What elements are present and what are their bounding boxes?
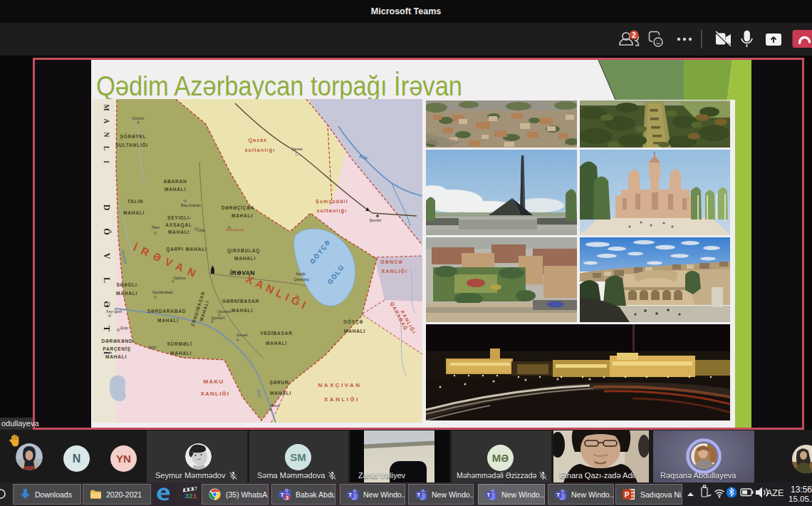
svg-text:PARÇENİŞ: PARÇENİŞ bbox=[103, 346, 131, 352]
svg-text:A: A bbox=[103, 119, 110, 124]
svg-text:Qazax: Qazax bbox=[291, 147, 303, 151]
svg-text:MAHALI: MAHALI bbox=[123, 210, 145, 215]
svg-text:L: L bbox=[102, 277, 112, 283]
svg-text:MAHALI: MAHALI bbox=[234, 256, 256, 261]
svg-text:3: 3 bbox=[185, 492, 189, 500]
svg-text:T: T bbox=[281, 492, 284, 498]
svg-text:T: T bbox=[417, 491, 421, 497]
svg-text:GƏNCƏ: GƏNCƏ bbox=[380, 259, 403, 264]
svg-text:N: N bbox=[103, 133, 110, 138]
svg-text:MAHALI: MAHALI bbox=[116, 291, 137, 296]
svg-text:L: L bbox=[103, 146, 110, 150]
svg-text:Aşağı: Aşağı bbox=[296, 272, 306, 276]
svg-text:Üşü: Üşü bbox=[198, 228, 205, 232]
svg-text:Qulp: Qulp bbox=[120, 326, 128, 330]
svg-text:QARPI MAHALI: QARPI MAHALI bbox=[166, 247, 207, 252]
svg-text:Üçkilsə: Üçkilsə bbox=[173, 276, 186, 280]
svg-text:I: I bbox=[103, 160, 110, 163]
svg-text:MAHALI: MAHALI bbox=[344, 329, 365, 334]
svg-text:T: T bbox=[557, 491, 561, 497]
svg-text:XANLIĞI: XANLIĞI bbox=[324, 396, 360, 403]
svg-text:Qazax: Qazax bbox=[249, 138, 268, 143]
svg-text:DƏRƏKƏND-: DƏRƏKƏND- bbox=[102, 339, 135, 344]
svg-text:Qaraqlıq: Qaraqlıq bbox=[293, 277, 308, 282]
svg-text:MAHALI: MAHALI bbox=[231, 213, 253, 218]
svg-text:Dəvəli: Dəvəli bbox=[236, 333, 247, 337]
svg-text:2: 2 bbox=[189, 492, 193, 500]
svg-text:ABARAN: ABARAN bbox=[164, 179, 187, 184]
svg-text:sultanlığı: sultanlığı bbox=[317, 208, 348, 214]
svg-text:XANLIĞI: XANLIĞI bbox=[201, 391, 230, 397]
svg-text:QIRXBULAQ: QIRXBULAQ bbox=[227, 248, 260, 254]
svg-text:MAHALI: MAHALI bbox=[168, 229, 189, 234]
svg-text:Qəmərli: Qəmərli bbox=[211, 316, 224, 320]
svg-text:NAXÇIVAN: NAXÇIVAN bbox=[318, 382, 361, 388]
svg-text:SÜRMƏLİ: SÜRMƏLİ bbox=[167, 341, 192, 346]
svg-text:MAHALI: MAHALI bbox=[231, 308, 253, 313]
svg-text:MAHALI: MAHALI bbox=[266, 341, 287, 346]
svg-text:M: M bbox=[103, 105, 110, 111]
svg-text:ŞÖRƏYEL: ŞÖRƏYEL bbox=[120, 133, 146, 140]
svg-text:MAHALI: MAHALI bbox=[165, 187, 186, 192]
svg-text:MAHALI: MAHALI bbox=[170, 351, 192, 356]
svg-text:SULTANLIĞI: SULTANLIĞI bbox=[115, 142, 148, 148]
svg-text:3: 3 bbox=[286, 495, 288, 500]
svg-text:SEYIDLI-: SEYIDLI- bbox=[167, 215, 192, 220]
svg-text:İRƏVAN: İRƏVAN bbox=[230, 269, 255, 277]
svg-text:GƏRNİBASAR: GƏRNİBASAR bbox=[222, 299, 259, 304]
svg-text:VEDİBASAR: VEDİBASAR bbox=[260, 331, 292, 336]
svg-text:İgdır: İgdır bbox=[148, 345, 156, 349]
svg-text:Tilən: Tilən bbox=[151, 225, 160, 229]
svg-text:XANLIĞI: XANLIĞI bbox=[382, 268, 408, 274]
svg-text:Uluxanlı: Uluxanlı bbox=[217, 309, 231, 314]
svg-text:Şəmşəddil: Şəmşəddil bbox=[316, 199, 348, 205]
svg-text:Baş Avaran: Baş Avaran bbox=[181, 203, 201, 207]
svg-text:AZE: AZE bbox=[766, 488, 784, 498]
svg-text:GÖYÇƏ: GÖYÇƏ bbox=[343, 319, 363, 325]
svg-text:2: 2 bbox=[632, 31, 636, 39]
svg-text:Dərəçiçək: Dərəçiçək bbox=[227, 227, 244, 232]
svg-text:Sərdarabad: Sərdarabad bbox=[152, 290, 173, 294]
svg-text:DƏRƏÇİÇƏK: DƏRƏÇİÇƏK bbox=[222, 205, 255, 211]
svg-text:1: 1 bbox=[193, 492, 197, 500]
svg-text:AXSAQAL: AXSAQAL bbox=[165, 222, 192, 228]
svg-text:TALIN: TALIN bbox=[127, 199, 144, 204]
svg-text:Şəmkir: Şəmkir bbox=[369, 218, 381, 222]
svg-text:T: T bbox=[487, 491, 491, 497]
svg-text:SƏƏDLI: SƏƏDLI bbox=[116, 282, 137, 287]
svg-text:Əlicə: Əlicə bbox=[271, 403, 279, 408]
svg-text:SƏRDARABAD: SƏRDARABAD bbox=[147, 309, 187, 314]
svg-text:P: P bbox=[625, 491, 630, 499]
svg-text:Ə: Ə bbox=[102, 301, 112, 308]
svg-text:MAHALI: MAHALI bbox=[157, 318, 179, 323]
svg-text:MAHALI: MAHALI bbox=[270, 391, 291, 396]
svg-text:MAHALI: MAHALI bbox=[105, 354, 127, 359]
svg-text:Xey-Şərli: Xey-Şərli bbox=[106, 309, 122, 314]
svg-text:sultanlığı: sultanlığı bbox=[245, 148, 276, 153]
svg-text:T: T bbox=[349, 491, 353, 497]
svg-text:Ö: Ö bbox=[102, 228, 112, 234]
svg-text:V: V bbox=[102, 253, 112, 259]
svg-text:MAKU: MAKU bbox=[204, 378, 224, 385]
svg-text:ŞƏRUR: ŞƏRUR bbox=[269, 380, 288, 386]
svg-text:Gümrü: Gümrü bbox=[132, 116, 145, 120]
svg-text:D: D bbox=[102, 205, 112, 211]
svg-text:T: T bbox=[102, 326, 112, 331]
